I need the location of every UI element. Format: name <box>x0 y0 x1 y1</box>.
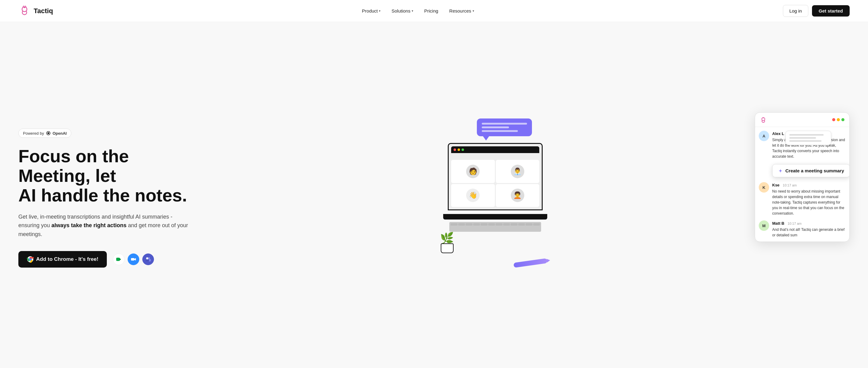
hero-content: Powered by OpenAI Focus on the Meeting, … <box>18 129 190 268</box>
svg-point-15 <box>763 118 764 119</box>
avatar-alex: A <box>759 131 769 141</box>
hero-illustration: 🧑 👨‍💼 👋 🧑‍🦱 <box>434 112 850 284</box>
sparkle-icon <box>778 168 783 173</box>
chrome-icon <box>27 256 34 263</box>
pen-decoration <box>513 258 547 268</box>
speech-bubble-right <box>785 131 831 145</box>
svg-point-12 <box>146 257 149 259</box>
avatar-kse: K <box>759 182 769 192</box>
laptop-illustration: 🧑 👨‍💼 👋 🧑‍🦱 <box>443 143 547 235</box>
hero-title: Focus on the Meeting, let AI handle the … <box>18 146 190 205</box>
chat-message-2: K Kse 10:17 am No need to worry about mi… <box>759 182 846 216</box>
plant-decoration: 🌿 <box>440 232 454 253</box>
laptop-keyboard <box>449 222 541 232</box>
svg-rect-8 <box>131 258 134 260</box>
chevron-down-icon: ▾ <box>379 9 380 12</box>
chevron-down-icon: ▾ <box>412 9 413 12</box>
svg-rect-5 <box>116 258 120 261</box>
chat-panel-dots <box>832 118 844 121</box>
login-button[interactable]: Log in <box>783 5 808 17</box>
laptop-base <box>443 214 547 219</box>
add-to-chrome-button[interactable]: Add to Chrome - It's free! <box>18 251 107 268</box>
speech-bubble-blue <box>477 119 532 136</box>
tactiq-small-icon <box>760 116 767 123</box>
logo-icon <box>18 5 31 17</box>
chat-panel-logo <box>760 116 767 123</box>
nav-resources[interactable]: Resources ▾ <box>445 6 478 16</box>
nav-actions: Log in Get started <box>783 5 850 17</box>
nav-links: Product ▾ Solutions ▾ Pricing Resources … <box>358 6 478 16</box>
svg-rect-13 <box>146 259 149 262</box>
integrations-list <box>113 253 154 265</box>
meeting-tile-1: 🧑 <box>451 160 495 183</box>
gmeet-icon <box>113 253 125 265</box>
openai-icon <box>46 131 51 135</box>
create-summary-button[interactable]: Create a meeting summary <box>772 164 849 177</box>
zoom-icon <box>128 253 139 265</box>
hero-section: Powered by OpenAI Focus on the Meeting, … <box>0 22 868 368</box>
nav-pricing[interactable]: Pricing <box>420 6 442 16</box>
navbar: Tactiq Product ▾ Solutions ▾ Pricing Res… <box>0 0 868 22</box>
dot-red <box>832 118 835 121</box>
avatar-matt: M <box>759 220 769 231</box>
dot-green <box>841 118 844 121</box>
meeting-tile-4: 🧑‍🦱 <box>496 184 539 207</box>
nav-product[interactable]: Product ▾ <box>358 6 385 16</box>
teams-icon <box>142 253 154 265</box>
brand-logo[interactable]: Tactiq <box>18 5 53 17</box>
brand-name: Tactiq <box>34 7 53 15</box>
chevron-down-icon: ▾ <box>472 9 474 12</box>
laptop-screen: 🧑 👨‍💼 👋 🧑‍🦱 <box>448 143 542 210</box>
summary-button-container: Create a meeting summary 👆 <box>759 163 846 178</box>
chat-panel-header <box>755 113 849 127</box>
hero-cta: Add to Chrome - It's free! <box>18 251 190 268</box>
chat-message-3: M Matt B 10:17 am And that's not all! Ta… <box>759 220 846 238</box>
powered-badge: Powered by OpenAI <box>18 129 71 138</box>
svg-point-1 <box>24 6 25 8</box>
dot-yellow <box>837 118 840 121</box>
getstarted-button[interactable]: Get started <box>812 5 850 17</box>
svg-point-10 <box>148 257 150 259</box>
nav-solutions[interactable]: Solutions ▾ <box>387 6 417 16</box>
meeting-tile-2: 👨‍💼 <box>496 160 539 183</box>
meeting-tile-3: 👋 <box>451 184 495 207</box>
hero-subtitle: Get live, in-meeting transcriptions and … <box>18 212 190 239</box>
